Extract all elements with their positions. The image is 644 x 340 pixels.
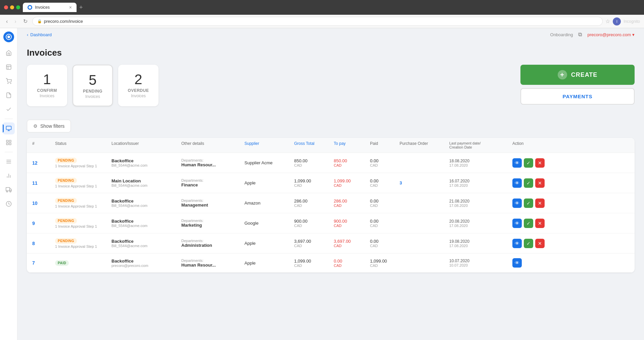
paid-amount: 0.00 <box>370 158 397 163</box>
reject-button[interactable]: ✕ <box>535 158 545 168</box>
view-button[interactable]: 👁 <box>512 258 522 268</box>
sidebar-item-catalog[interactable] <box>3 136 15 149</box>
onboarding-label: Onboarding <box>550 32 573 37</box>
view-button[interactable]: 👁 <box>512 178 522 188</box>
sidebar-item-expenses[interactable] <box>3 198 15 210</box>
minimize-dot[interactable] <box>10 5 14 9</box>
table-row: 9 PENDING 1 Invoice Approval Step 1 Back… <box>27 213 635 233</box>
sidebar-item-home[interactable] <box>3 47 15 59</box>
location-email: precoro@precoro.com <box>111 264 179 268</box>
summary-card-pending[interactable]: 5 PENDING Invoices <box>73 65 113 106</box>
paid-amount: 0.00 <box>370 219 397 224</box>
row-topay: 3,697.00 CAD <box>334 239 367 248</box>
approve-button[interactable]: ✓ <box>524 219 533 228</box>
breadcrumb-dashboard-link[interactable]: Dashboard <box>30 32 52 37</box>
gross-amount: 286.00 <box>294 199 331 204</box>
row-status: PENDING 1 Invoice Approval Step 1 <box>55 158 109 168</box>
sidebar-item-invoices[interactable] <box>3 122 15 134</box>
table-row: 7 PAID Backoffice precoro@precoro.com De… <box>27 253 635 273</box>
topay-currency: CAD <box>334 244 367 248</box>
row-location: Backoffice Bill_5544@acme.com <box>111 239 179 248</box>
gross-currency: CAD <box>294 244 331 248</box>
dept-value: Management <box>181 203 242 208</box>
notification-icon[interactable]: ⧉ <box>578 32 582 38</box>
approve-button[interactable]: ✓ <box>524 178 533 188</box>
topay-currency: CAD <box>334 224 367 228</box>
sidebar-item-receiving[interactable] <box>3 184 15 196</box>
row-gross: 3,697.00 CAD <box>294 239 331 248</box>
approve-button[interactable]: ✓ <box>524 239 533 248</box>
user-avatar[interactable]: I <box>613 17 621 25</box>
view-button[interactable]: 👁 <box>512 158 522 168</box>
tab-close-button[interactable]: × <box>69 5 72 10</box>
row-status: PENDING 1 Invoice Approval Step 1 <box>55 218 109 228</box>
tab-title: Invoices <box>35 5 50 10</box>
sidebar-divider-2 <box>5 152 13 152</box>
sidebar-item-purchase[interactable] <box>3 75 15 87</box>
gross-currency: CAD <box>294 163 331 167</box>
dept-value: Administration <box>181 243 242 248</box>
browser-tab[interactable]: Invoices × <box>23 3 77 12</box>
creation-date: 17.08.2020 <box>449 244 510 248</box>
view-button[interactable]: 👁 <box>512 199 522 208</box>
paid-currency: CAD <box>370 204 397 208</box>
new-tab-button[interactable]: + <box>79 4 83 11</box>
back-button[interactable]: ‹ <box>4 18 10 25</box>
reject-button[interactable]: ✕ <box>535 199 545 208</box>
row-actions: 👁 ✓ ✕ <box>512 219 546 228</box>
reject-button[interactable]: ✕ <box>535 178 545 188</box>
sidebar-item-reports[interactable] <box>3 170 15 182</box>
close-dot[interactable] <box>4 5 8 9</box>
dept-label: Departments: <box>181 219 242 223</box>
topay-currency: CAD <box>334 163 367 167</box>
paid-currency: CAD <box>370 163 397 167</box>
topay-amount: 850.00 <box>334 158 367 163</box>
row-supplier: Apple <box>244 180 291 185</box>
approve-button[interactable]: ✓ <box>524 199 533 208</box>
col-status: Status <box>55 141 109 149</box>
row-location: Backoffice precoro@precoro.com <box>111 259 179 268</box>
maximize-dot[interactable] <box>16 5 20 9</box>
svg-rect-14 <box>9 143 11 145</box>
row-location: Backoffice Bill_5544@acme.com <box>111 158 179 167</box>
row-num: 8 <box>32 241 52 246</box>
summary-card-confirm[interactable]: 1 CONFIRM Invoices <box>27 65 67 106</box>
user-menu[interactable]: precoro@precoro.com ▾ <box>587 32 635 37</box>
user-menu-chevron: ▾ <box>632 32 635 37</box>
reject-button[interactable]: ✕ <box>535 219 545 228</box>
refresh-button[interactable]: ↻ <box>21 17 30 25</box>
reject-button[interactable]: ✕ <box>535 239 545 248</box>
creation-date: 17.08.2020 <box>449 204 510 208</box>
sidebar-item-documents[interactable] <box>3 89 15 101</box>
summary-cards: 1 CONFIRM Invoices 5 PENDING Invoices 2 … <box>27 65 158 106</box>
show-filters-button[interactable]: ⚙ Show filters <box>27 120 71 132</box>
show-filters-label: Show filters <box>40 123 64 129</box>
app-container: ‹ Dashboard Onboarding ⧉ precoro@precoro… <box>0 28 644 340</box>
url-bar[interactable]: 🔒 precoro.com/invoice <box>32 17 603 26</box>
paid-currency: CAD <box>370 183 397 187</box>
view-button[interactable]: 👁 <box>512 239 522 248</box>
summary-card-overdue[interactable]: 2 OVERDUE Invoices <box>118 65 158 106</box>
sidebar-item-orders[interactable] <box>3 61 15 73</box>
sidebar-item-approvals[interactable] <box>3 103 15 115</box>
create-button[interactable]: + CREATE <box>520 65 635 85</box>
approve-button[interactable]: ✓ <box>524 158 533 168</box>
topay-currency: CAD <box>334 183 367 187</box>
dept-label: Departments: <box>181 259 242 263</box>
row-status: PENDING 1 Invoice Approval Step 1 <box>55 178 109 188</box>
col-po: Purchase Order <box>400 141 447 149</box>
forward-button[interactable]: › <box>12 18 18 25</box>
app-logo[interactable] <box>3 32 14 42</box>
sidebar-item-menu[interactable] <box>3 156 15 168</box>
creation-date: 17.08.2020 <box>449 224 510 228</box>
payments-button[interactable]: PAYMENTS <box>520 88 635 105</box>
paid-currency: CAD <box>370 244 397 248</box>
row-dates: 21.08.2020 17.08.2020 <box>449 199 510 208</box>
creation-date: 17.08.2020 <box>449 163 510 167</box>
page-content: Invoices 1 CONFIRM Invoices 5 PENDING In… <box>17 41 644 340</box>
table-body: 12 PENDING 1 Invoice Approval Step 1 Bac… <box>27 153 635 273</box>
row-supplier: Apple <box>244 241 291 246</box>
svg-point-0 <box>29 6 31 9</box>
view-button[interactable]: 👁 <box>512 219 522 228</box>
bookmark-icon[interactable]: ☆ <box>605 18 610 24</box>
